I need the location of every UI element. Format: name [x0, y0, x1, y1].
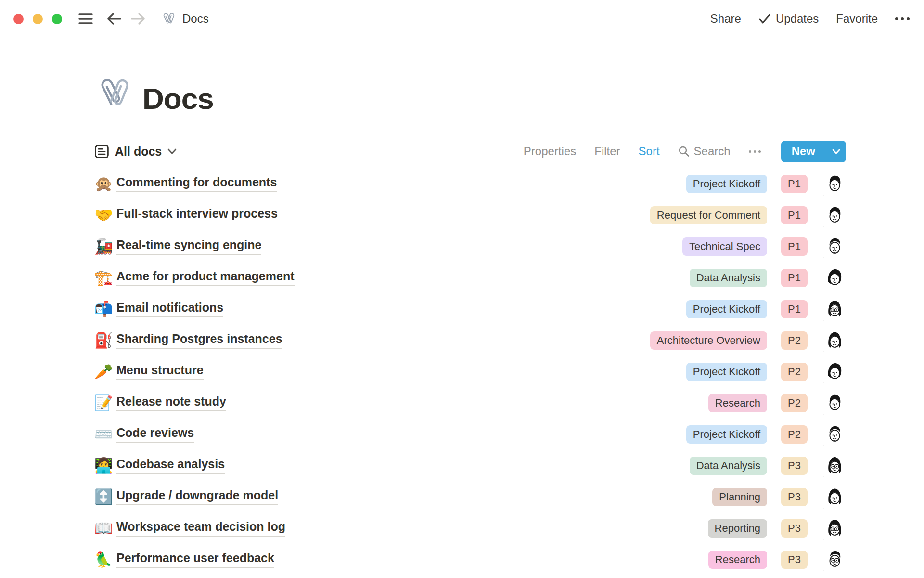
assignee-avatar[interactable]: [823, 329, 846, 352]
view-more-options-icon[interactable]: [749, 150, 761, 153]
new-split-button: New: [781, 141, 846, 162]
updates-button[interactable]: Updates: [758, 12, 819, 26]
doc-priority-pill[interactable]: P3: [781, 551, 808, 569]
assignee-avatar[interactable]: [823, 517, 846, 539]
doc-title-link[interactable]: Workspace team decision log: [116, 520, 285, 537]
doc-priority-pill[interactable]: P1: [781, 269, 808, 287]
doc-row: ⛽ Sharding Postgres instances Architectu…: [94, 325, 846, 356]
doc-priority-pill[interactable]: P1: [781, 175, 808, 193]
doc-tag-pill[interactable]: Technical Spec: [682, 237, 767, 256]
new-button[interactable]: New: [781, 141, 826, 162]
close-window-button[interactable]: [13, 14, 24, 24]
zoom-window-button[interactable]: [52, 14, 62, 24]
doc-emoji-icon: 📝: [94, 395, 116, 410]
doc-tag-pill[interactable]: Data Analysis: [690, 457, 767, 475]
linked-paperclips-icon: [160, 10, 178, 27]
doc-emoji-icon: 📬: [94, 302, 116, 316]
doc-title-link[interactable]: Performance user feedback: [116, 551, 274, 568]
view-switcher[interactable]: All docs: [94, 144, 177, 159]
doc-row: 🏗️ Acme for product management Data Anal…: [94, 262, 846, 293]
doc-row: 🙊 Commenting for documents Project Kicko…: [94, 168, 846, 199]
doc-emoji-icon: 🏗️: [94, 270, 116, 285]
window-title: Docs: [182, 12, 209, 26]
assignee-avatar[interactable]: [823, 423, 846, 446]
assignee-avatar[interactable]: [823, 486, 846, 508]
doc-emoji-icon: ⌨️: [94, 427, 116, 442]
doc-priority-pill[interactable]: P2: [781, 394, 808, 412]
forward-arrow-icon[interactable]: [130, 13, 146, 25]
doc-title-link[interactable]: Release note study: [116, 394, 226, 411]
page-icon-linked-paperclips[interactable]: [94, 71, 135, 116]
doc-tag-pill[interactable]: Reporting: [708, 519, 767, 538]
view-label: All docs: [115, 144, 162, 158]
new-dropdown-button[interactable]: [826, 141, 846, 162]
page-header: Docs: [94, 63, 847, 116]
doc-emoji-icon: ⛽: [94, 333, 116, 348]
doc-priority-pill[interactable]: P1: [781, 206, 808, 224]
doc-tag-pill[interactable]: Project Kickoff: [686, 175, 767, 193]
assignee-avatar[interactable]: [823, 392, 846, 414]
chevron-down-icon: [167, 148, 177, 154]
doc-tag-pill[interactable]: Request for Comment: [650, 206, 767, 224]
doc-tag-pill[interactable]: Project Kickoff: [686, 425, 767, 444]
doc-title-link[interactable]: Codebase analysis: [116, 457, 225, 474]
sort-button[interactable]: Sort: [639, 144, 660, 158]
doc-title-link[interactable]: Full-stack interview process: [116, 207, 278, 223]
doc-row: 📝 Release note study Research P2: [94, 387, 846, 419]
doc-tag-pill[interactable]: Project Kickoff: [686, 363, 767, 381]
assignee-avatar[interactable]: [823, 266, 846, 289]
minimize-window-button[interactable]: [33, 14, 43, 24]
doc-title-link[interactable]: Email notifications: [116, 301, 223, 317]
doc-priority-pill[interactable]: P2: [781, 425, 808, 444]
share-button[interactable]: Share: [710, 12, 741, 26]
doc-priority-pill[interactable]: P3: [781, 488, 808, 506]
more-options-icon[interactable]: [895, 17, 910, 20]
doc-emoji-icon: 🚂: [94, 239, 116, 254]
doc-emoji-icon: 🥕: [94, 364, 116, 379]
window-controls: [13, 14, 62, 24]
doc-row: 🚂 Real-time syncing engine Technical Spe…: [94, 231, 846, 262]
page-title: Docs: [142, 84, 214, 116]
doc-title-link[interactable]: Sharding Postgres instances: [116, 332, 282, 349]
doc-title-link[interactable]: Upgrade / downgrade model: [116, 488, 278, 505]
doc-priority-pill[interactable]: P1: [781, 300, 808, 318]
assignee-avatar[interactable]: [823, 204, 846, 226]
checkmark-icon: [758, 13, 771, 24]
doc-tag-pill[interactable]: Research: [708, 551, 767, 569]
doc-priority-pill[interactable]: P3: [781, 457, 808, 475]
doc-row: 👩‍💻 Codebase analysis Data Analysis P3: [94, 450, 846, 481]
back-arrow-icon[interactable]: [106, 13, 122, 25]
doc-priority-pill[interactable]: P2: [781, 331, 808, 350]
doc-row: 🦜 Performance user feedback Research P3: [94, 544, 846, 575]
search-icon: [678, 145, 690, 157]
view-toolbar: All docs Properties Filter Sort Search N…: [94, 140, 846, 163]
assignee-avatar[interactable]: [823, 172, 846, 195]
assignee-avatar[interactable]: [823, 235, 846, 258]
doc-tag-pill[interactable]: Research: [708, 394, 767, 412]
hamburger-icon[interactable]: [78, 13, 93, 25]
doc-title-link[interactable]: Real-time syncing engine: [116, 238, 261, 255]
doc-emoji-icon: 👩‍💻: [94, 458, 116, 473]
assignee-avatar[interactable]: [823, 298, 846, 320]
doc-title-link[interactable]: Commenting for documents: [116, 175, 277, 192]
doc-priority-pill[interactable]: P1: [781, 237, 808, 256]
doc-tag-pill[interactable]: Data Analysis: [690, 269, 767, 287]
doc-priority-pill[interactable]: P3: [781, 519, 808, 538]
favorite-button[interactable]: Favorite: [836, 12, 878, 26]
doc-tag-pill[interactable]: Project Kickoff: [686, 300, 767, 318]
doc-tag-pill[interactable]: Architecture Overview: [650, 331, 767, 350]
filter-button[interactable]: Filter: [594, 144, 620, 158]
assignee-avatar[interactable]: [823, 548, 846, 571]
properties-button[interactable]: Properties: [524, 144, 576, 158]
doc-priority-pill[interactable]: P2: [781, 363, 808, 381]
assignee-avatar[interactable]: [823, 454, 846, 477]
window-titlebar: Docs Share Updates Favorite: [0, 0, 924, 38]
doc-title-link[interactable]: Code reviews: [116, 426, 194, 443]
chevron-down-icon: [832, 149, 840, 154]
doc-row: 📬 Email notifications Project Kickoff P1: [94, 293, 846, 325]
doc-title-link[interactable]: Menu structure: [116, 363, 204, 380]
doc-tag-pill[interactable]: Planning: [712, 488, 767, 506]
assignee-avatar[interactable]: [823, 360, 846, 383]
doc-title-link[interactable]: Acme for product management: [116, 269, 295, 286]
search-button[interactable]: Search: [678, 144, 731, 158]
